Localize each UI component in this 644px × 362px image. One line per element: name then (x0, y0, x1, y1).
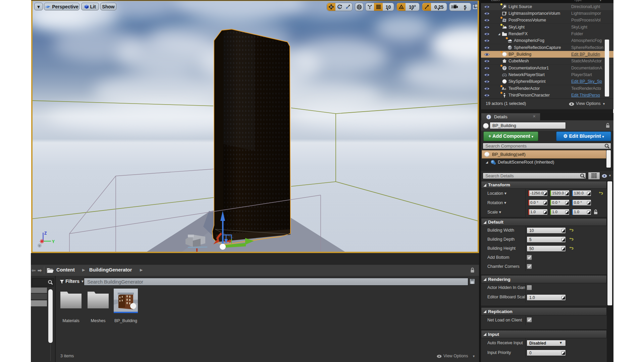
svg-text:A: A (502, 86, 504, 90)
svg-text:+: + (502, 20, 504, 23)
svg-text:a: a (504, 87, 506, 90)
svg-text:?: ? (503, 66, 505, 70)
svg-text:?: ? (39, 244, 41, 248)
svg-text:Y: Y (52, 239, 55, 244)
svg-text:Z: Z (44, 231, 47, 236)
svg-text:!: ! (505, 11, 507, 15)
